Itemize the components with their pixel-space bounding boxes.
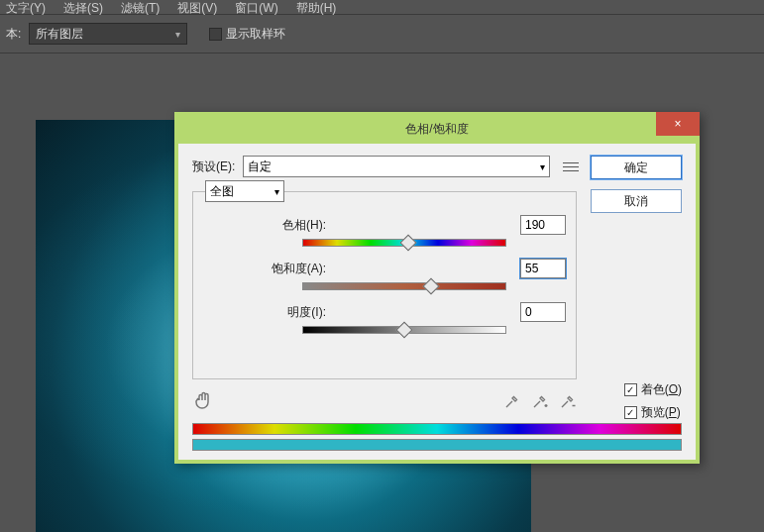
output-color-bar[interactable] bbox=[192, 439, 682, 451]
lightness-label: 明度(I): bbox=[203, 304, 342, 321]
saturation-input[interactable] bbox=[520, 259, 566, 278]
preview-checkbox[interactable]: ✓ 预览(P) bbox=[624, 404, 682, 421]
saturation-slider[interactable] bbox=[302, 282, 506, 292]
input-color-bar[interactable] bbox=[192, 423, 682, 435]
eyedropper-minus-icon[interactable] bbox=[559, 392, 577, 410]
hue-slider[interactable] bbox=[302, 239, 506, 249]
colorize-checkbox[interactable]: ✓ 着色(O) bbox=[624, 381, 682, 398]
lightness-input[interactable] bbox=[520, 302, 566, 322]
menu-item[interactable]: 视图(V) bbox=[177, 0, 217, 14]
preset-select[interactable]: 自定 bbox=[243, 156, 550, 177]
menu-item[interactable]: 帮助(H) bbox=[296, 0, 337, 14]
menu-item[interactable]: 窗口(W) bbox=[235, 0, 277, 14]
sample-label: 本: bbox=[6, 26, 21, 43]
hue-saturation-dialog: 色相/饱和度 × 预设(E): 自定 确定 取消 全图 色相(H): 饱和度(A… bbox=[174, 112, 700, 464]
hue-input[interactable] bbox=[520, 215, 566, 235]
dialog-titlebar[interactable]: 色相/饱和度 × bbox=[176, 114, 698, 144]
checkbox-icon bbox=[209, 28, 222, 41]
sliders-group: 全图 色相(H): 饱和度(A): 明度(I): bbox=[192, 191, 577, 379]
sample-layers-select[interactable]: 所有图层 bbox=[29, 23, 187, 45]
menubar: 文字(Y) 选择(S) 滤镜(T) 视图(V) 窗口(W) 帮助(H) bbox=[0, 0, 764, 14]
close-button[interactable]: × bbox=[656, 112, 700, 136]
checkbox-checked-icon: ✓ bbox=[624, 406, 637, 419]
close-icon: × bbox=[674, 117, 681, 131]
preset-menu-icon[interactable] bbox=[562, 158, 580, 175]
hand-icon[interactable] bbox=[192, 389, 216, 413]
menu-item[interactable]: 滤镜(T) bbox=[121, 0, 160, 14]
preset-label: 预设(E): bbox=[192, 159, 235, 175]
saturation-label: 饱和度(A): bbox=[203, 261, 342, 277]
eyedropper-icon[interactable] bbox=[503, 392, 521, 410]
ok-button[interactable]: 确定 bbox=[591, 156, 682, 179]
color-range-bars bbox=[192, 423, 682, 455]
channel-select[interactable]: 全图 bbox=[205, 180, 284, 202]
menu-item[interactable]: 选择(S) bbox=[63, 0, 103, 14]
eyedropper-plus-icon[interactable] bbox=[531, 392, 549, 410]
dialog-title: 色相/饱和度 bbox=[405, 121, 468, 138]
show-sample-ring-checkbox[interactable]: 显示取样环 bbox=[209, 26, 285, 43]
options-bar: 本: 所有图层 显示取样环 bbox=[0, 14, 764, 53]
checkbox-checked-icon: ✓ bbox=[624, 383, 637, 396]
menu-item[interactable]: 文字(Y) bbox=[6, 0, 46, 14]
hue-label: 色相(H): bbox=[203, 217, 342, 234]
cancel-button[interactable]: 取消 bbox=[591, 189, 682, 213]
lightness-slider[interactable] bbox=[302, 326, 506, 336]
